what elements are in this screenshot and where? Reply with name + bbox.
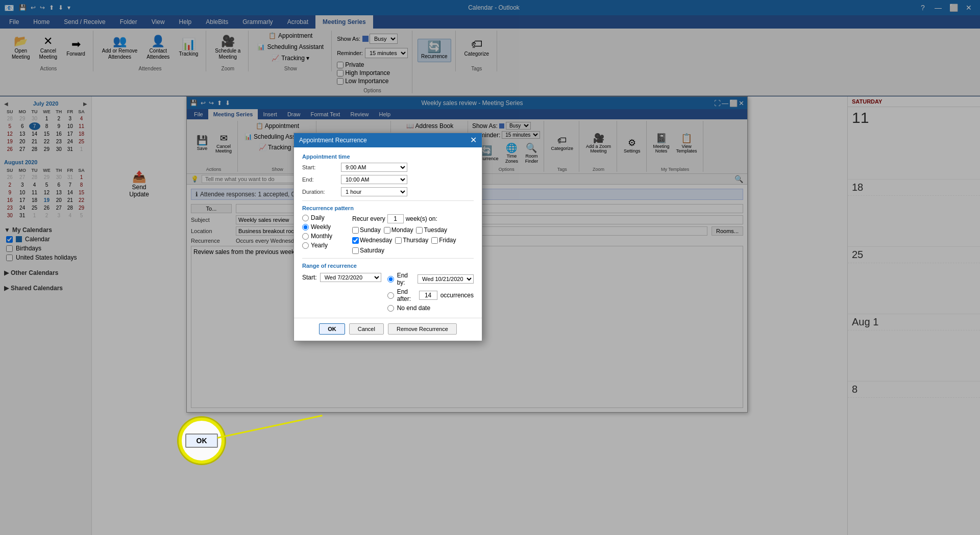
week-on-label: week(s) on: [406,215,437,222]
modal-body: Appointment time Start: 9:00 AM End: 10:… [294,147,482,318]
no-end-row: No end date [387,304,474,312]
recur-every-label: Recur every [352,215,385,222]
start-row: Start: 9:00 AM [302,163,474,172]
callout-circle: OK [179,418,225,464]
duration-select[interactable]: 1 hour [341,187,407,196]
wednesday-label: Wednesday [360,237,392,244]
ok-callout: OK [179,418,225,464]
end-after-input[interactable] [419,291,437,300]
appt-time-label: Appointment time [302,154,474,160]
start-label: Start: [302,164,338,170]
recur-every-input[interactable] [387,214,404,223]
ok-callout-container: OK [179,418,225,464]
recur-pattern-label: Recurrence pattern [302,205,474,211]
recur-left: Daily Weekly Monthly Yearly [302,214,348,254]
friday-check: Friday [431,237,456,244]
modal-close-btn[interactable]: ✕ [470,136,477,144]
weekly-label: Weekly [311,223,331,231]
end-after-radio[interactable] [387,292,394,299]
dialog-cancel-btn[interactable]: Cancel [349,323,384,335]
weekly-radio[interactable] [302,224,309,231]
yearly-radio[interactable] [302,242,309,249]
dialog-remove-recurrence-btn[interactable]: Remove Recurrence [388,323,457,335]
range-start-select[interactable]: Wed 7/22/2020 [320,273,381,282]
recur-right: Recur every week(s) on: Sunday Monday [352,214,474,254]
saturday-check: Saturday [352,247,384,254]
thursday-check: Thursday [395,237,428,244]
duration-row: Duration: 1 hour [302,187,474,196]
sunday-checkbox[interactable] [352,227,359,234]
thursday-label: Thursday [403,237,428,244]
tuesday-checkbox[interactable] [416,227,423,234]
wednesday-check: Wednesday [352,237,392,244]
daily-radio[interactable] [302,215,309,221]
monday-checkbox[interactable] [384,227,390,234]
end-select[interactable]: 10:00 AM [341,175,407,184]
no-end-label: No end date [397,304,430,312]
end-after-row: End after: occurrences [387,288,474,302]
start-select[interactable]: 9:00 AM [341,163,407,172]
yearly-label: Yearly [311,242,328,249]
sunday-label: Sunday [360,226,381,234]
range-start-label: Start: [302,274,317,281]
friday-checkbox[interactable] [431,237,438,244]
tuesday-check: Tuesday [416,226,447,234]
day-checkboxes: Sunday Monday Tuesday Wednesday [352,226,474,254]
modal-title: Appointment Recurrence [299,137,367,144]
no-end-radio[interactable] [387,305,394,312]
monday-check: Monday [384,226,413,234]
tuesday-label: Tuesday [424,226,447,234]
saturday-day-label: Saturday [360,247,384,254]
end-after-label: End after: [397,288,416,302]
monthly-label: Monthly [311,233,332,240]
daily-radio-row: Daily [302,214,348,221]
range-section: Range of recurrence Start: Wed 7/22/2020… [302,263,474,312]
thursday-checkbox[interactable] [395,237,402,244]
range-end-options: End by: Wed 10/21/2020 End after: occurr… [387,272,474,312]
wednesday-checkbox[interactable] [352,237,359,244]
end-by-row: End by: Wed 10/21/2020 [387,272,474,286]
modal-title-bar: Appointment Recurrence ✕ [294,133,482,147]
monthly-radio[interactable] [302,233,309,240]
range-label: Range of recurrence [302,263,474,269]
yearly-radio-row: Yearly [302,242,348,249]
modal-footer: OK Cancel Remove Recurrence [294,318,482,341]
saturday-checkbox[interactable] [352,247,359,254]
occurrences-label: occurrences [440,292,474,299]
recurrence-modal-overlay: Appointment Recurrence ✕ Appointment tim… [0,0,980,535]
recur-section: Daily Weekly Monthly Yearly [302,214,474,254]
monthly-radio-row: Monthly [302,233,348,240]
recur-every-row: Recur every week(s) on: [352,214,474,223]
duration-label: Duration: [302,189,338,195]
dialog-ok-btn[interactable]: OK [319,323,345,335]
daily-label: Daily [311,214,325,221]
end-label: End: [302,176,338,183]
recurrence-dialog: Appointment Recurrence ✕ Appointment tim… [293,133,482,341]
end-by-label: End by: [397,272,414,286]
callout-ok-btn[interactable]: OK [185,434,218,448]
end-by-select[interactable]: Wed 10/21/2020 [418,274,474,284]
end-row: End: 10:00 AM [302,175,474,184]
weekly-radio-row: Weekly [302,223,348,231]
friday-label: Friday [439,237,456,244]
end-by-radio[interactable] [387,276,394,283]
monday-label: Monday [391,226,413,234]
sunday-check: Sunday [352,226,381,234]
